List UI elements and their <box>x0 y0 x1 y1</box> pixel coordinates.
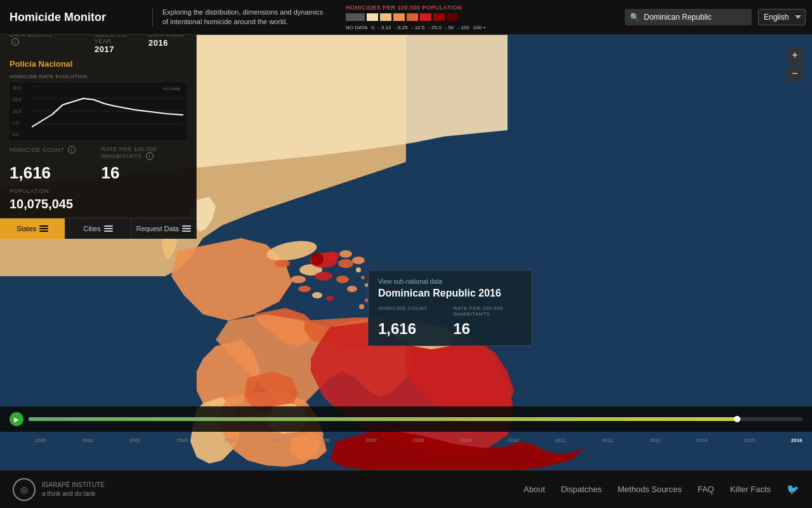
tooltip-stats-header: HOMICIDE COUNT RATE PER 100,000 INHABITA… <box>378 305 522 317</box>
svg-point-16 <box>339 250 352 258</box>
tooltip-hc-val: 1,616 <box>378 320 447 338</box>
population-header: POPULATION <box>10 188 49 194</box>
legend-100 <box>447 13 458 21</box>
rate-value: 16 <box>102 163 187 183</box>
year-2003: 2003 <box>177 438 188 443</box>
population-value: 10,075,045 <box>0 197 196 218</box>
y-label-7: 7,5 <box>13 121 22 125</box>
y-label-15: 15,0 <box>13 109 22 114</box>
svg-point-9 <box>298 286 311 292</box>
request-data-label: Request Data <box>136 225 179 232</box>
legend-val-50: - 50 <box>445 25 454 30</box>
year-2012: 2012 <box>602 438 613 443</box>
population-row: POPULATION <box>0 188 196 194</box>
tooltip-hc-label: HOMICIDE COUNT <box>378 305 447 317</box>
search-input[interactable] <box>625 9 752 25</box>
tooltip-view-sub[interactable]: View sub-national data <box>378 278 522 285</box>
year-2005: 2005 <box>272 438 283 443</box>
legend-25 <box>420 13 431 21</box>
svg-point-8 <box>291 276 306 283</box>
svg-point-6 <box>336 276 349 283</box>
tooltip-rate-val: 16 <box>453 320 521 338</box>
search-icon: 🔍 <box>630 13 639 22</box>
timeline-fill <box>29 417 740 421</box>
footer-faq[interactable]: FAQ <box>698 485 714 494</box>
year-2002: 2002 <box>129 438 141 443</box>
data-from-value: 2016 <box>148 38 187 48</box>
y-label-30: 30,0 <box>13 86 22 90</box>
y-label-0: 0,0 <box>13 132 22 137</box>
legend-12 <box>407 13 418 21</box>
footer-methods-sources[interactable]: Methods Sources <box>618 485 682 494</box>
svg-point-22 <box>359 304 364 309</box>
tooltip-country-year: Dominican Republic 2016 <box>378 288 522 299</box>
data-source-info-icon[interactable]: i <box>11 38 19 46</box>
timeline-track[interactable] <box>29 417 802 421</box>
cities-label: Cities <box>83 225 101 232</box>
footer-about[interactable]: About <box>523 485 545 494</box>
tagline: Exploring the distribution, dimensions a… <box>162 8 327 27</box>
svg-point-14 <box>311 253 324 265</box>
year-2001: 2001 <box>82 438 94 443</box>
footer: ◎ IGARAPÉ INSTITUTE a think and do tank … <box>0 470 812 508</box>
homicide-count-header: HOMICIDE COUNT <box>10 147 65 153</box>
year-2004: 2004 <box>224 438 235 443</box>
tab-states[interactable]: States <box>0 218 65 239</box>
zoom-in-button[interactable]: + <box>787 48 802 63</box>
tooltip-rate-label: RATE PER 100,000 INHABITANTS <box>453 305 521 317</box>
legend-val-100: - 100 <box>458 25 469 30</box>
tab-cities[interactable]: Cities <box>65 218 131 239</box>
year-2015: 2015 <box>744 438 756 443</box>
play-button[interactable]: ▶ <box>10 412 23 426</box>
stats-row: HOMICIDE COUNT i RATE PER 100,000 INHABI… <box>0 140 196 163</box>
svg-point-10 <box>312 292 322 298</box>
homicide-count-info-icon[interactable]: i <box>68 146 75 154</box>
homicide-count-value: 1,616 <box>10 163 95 183</box>
svg-point-3 <box>352 257 365 264</box>
zoom-controls: + − <box>787 48 802 81</box>
chart-line-svg <box>32 86 183 137</box>
search-area: 🔍 English <box>619 9 812 25</box>
tooltip-popup: View sub-national data Dominican Republi… <box>368 270 532 346</box>
footer-killer-facts[interactable]: Killer Facts <box>730 485 771 494</box>
timeline-thumb[interactable] <box>734 416 740 422</box>
tooltip-stats-values: 1,616 16 <box>378 320 522 338</box>
legend-val-6: - 6.25 <box>395 25 407 30</box>
svg-point-7 <box>347 286 357 292</box>
states-icon <box>39 225 48 232</box>
zoom-out-button[interactable]: − <box>787 66 802 81</box>
language-selector[interactable]: English <box>758 9 806 25</box>
rate-info-icon[interactable]: i <box>146 152 154 160</box>
selected-year-col: SELECTED YEAR 2017 <box>95 32 145 54</box>
selected-year-value: 2017 <box>95 44 145 54</box>
svg-point-5 <box>315 272 332 281</box>
rate-col: RATE PER 100,000 INHABITANTS i <box>102 146 187 160</box>
cities-icon <box>104 225 113 232</box>
footer-dispatches[interactable]: Dispatches <box>561 485 601 494</box>
legend-no-data <box>346 13 365 21</box>
source-name: Policía Nacional <box>0 59 196 74</box>
chart-y-labels: 30,0 22,5 15,0 7,5 0,0 <box>13 86 22 137</box>
svg-point-2 <box>338 259 353 268</box>
chart-label: HOMICIDE RATE EVOLUTION <box>10 74 187 79</box>
legend-val-12: - 12.5 <box>412 25 424 30</box>
twitter-icon[interactable]: 🐦 <box>787 483 799 495</box>
tab-request-data[interactable]: Request Data <box>131 218 196 239</box>
search-wrapper: 🔍 <box>625 9 752 25</box>
legend-val-3: - 3.13 <box>378 25 391 30</box>
timeline-years: 2000 2001 2002 2003 2004 2005 2006 2007 … <box>35 438 802 443</box>
legend-val-25: - 25.0 <box>428 25 441 30</box>
svg-point-11 <box>326 296 334 301</box>
year-2007: 2007 <box>366 438 377 443</box>
request-icon <box>182 225 191 232</box>
chart-container: 30,0 22,5 15,0 7,5 0,0 no data <box>10 83 187 140</box>
tagline-area: Exploring the distribution, dimensions a… <box>152 8 336 27</box>
legend-label: HOMICIDES PER 100,000 POPULATION <box>346 4 609 11</box>
footer-nav: About Dispatches Methods Sources FAQ Kil… <box>523 483 799 495</box>
timeline: ▶ <box>0 406 812 432</box>
year-2011: 2011 <box>555 438 566 443</box>
year-2000: 2000 <box>35 438 46 443</box>
legend-val-nodata: NO DATA <box>346 25 367 30</box>
igarape-logo-icon: ◎ <box>13 478 36 501</box>
svg-point-18 <box>361 276 365 279</box>
